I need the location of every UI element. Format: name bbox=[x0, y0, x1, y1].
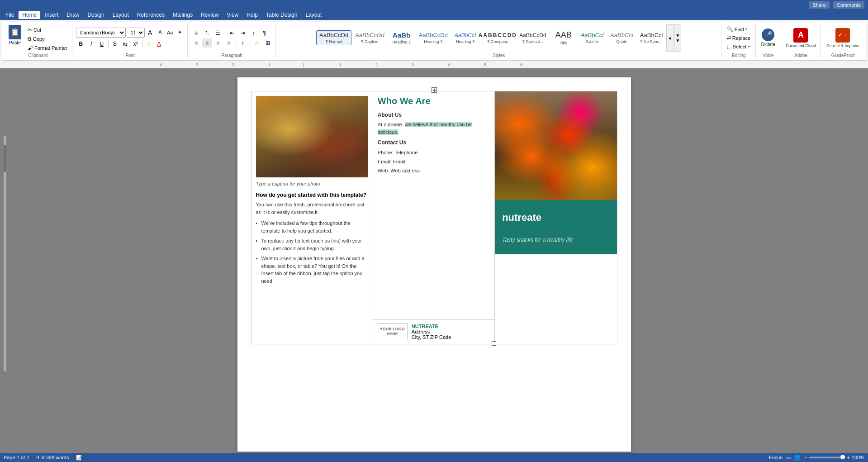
how-started-heading[interactable]: How do you get started with this templat… bbox=[256, 192, 368, 198]
numbering-button[interactable]: ⒈ bbox=[202, 29, 212, 38]
shading-button[interactable]: A bbox=[252, 38, 262, 48]
line-spacing-button[interactable]: ↕ bbox=[238, 38, 248, 48]
comments-btn[interactable]: Comments bbox=[833, 1, 864, 9]
change-case-button[interactable]: Aa bbox=[166, 28, 175, 37]
font-size-select[interactable]: 11 bbox=[127, 28, 145, 38]
menu-home[interactable]: Home bbox=[19, 11, 40, 19]
style-normal-button[interactable]: AaBbCcDd ¶ Normal bbox=[316, 30, 351, 45]
brand-name[interactable]: nutreate bbox=[502, 212, 541, 224]
zoom-out-button[interactable]: − bbox=[804, 455, 807, 460]
tip-3[interactable]: Want to insert a picture from your files… bbox=[256, 255, 368, 285]
style-contact-button[interactable]: AaBbCcDd ¶ Contact... bbox=[516, 31, 549, 45]
font-family-select[interactable]: Cambria (Body) bbox=[76, 28, 126, 38]
menu-layout[interactable]: Layout bbox=[109, 11, 133, 19]
who-we-are-heading[interactable]: Who We Are bbox=[378, 96, 490, 106]
style-title-button[interactable]: AAB Title bbox=[550, 29, 577, 47]
font-shrink-button[interactable]: A bbox=[156, 28, 165, 37]
style-subtitle-button[interactable]: AaBbCcl Subtitle bbox=[578, 30, 607, 45]
logo-placeholder[interactable]: YOUR LOGOHERE bbox=[377, 324, 408, 340]
menu-insert[interactable]: Insert bbox=[41, 11, 62, 19]
find-button[interactable]: 🔍 Find ▾ bbox=[725, 25, 749, 33]
styles-scroll-up[interactable]: ▲ bbox=[666, 24, 674, 52]
company-name[interactable]: NUTREATE bbox=[412, 324, 451, 329]
align-right-button[interactable]: ≡ bbox=[213, 38, 223, 48]
view-print-icon[interactable]: ▭ bbox=[786, 455, 791, 461]
subscript-button[interactable]: x₂ bbox=[120, 39, 130, 48]
phone-info[interactable]: Phone: Telephone bbox=[378, 148, 490, 157]
intro-body-text[interactable]: You can use this fresh, professional bro… bbox=[256, 201, 368, 216]
menu-mailings[interactable]: Mailings bbox=[169, 11, 196, 19]
italic-button[interactable]: I bbox=[86, 39, 96, 48]
bold-button[interactable]: B bbox=[76, 39, 86, 48]
zoom-thumb[interactable] bbox=[840, 455, 845, 459]
underline-button[interactable]: U bbox=[97, 39, 107, 48]
view-web-icon[interactable]: 🌐 bbox=[794, 455, 801, 461]
focus-label[interactable]: Focus bbox=[769, 455, 783, 460]
strikethrough-button[interactable]: S bbox=[110, 39, 120, 48]
cut-button[interactable]: ✂ Cut bbox=[26, 26, 69, 34]
style-heading2-button[interactable]: AaBbCcDd Heading 2 bbox=[416, 30, 451, 45]
select-button[interactable]: ⬚ Select ~ bbox=[725, 43, 753, 50]
right-column: nutreate Tasty snacks for a healthy life bbox=[495, 91, 617, 344]
decrease-indent-button[interactable]: ⇤ bbox=[227, 29, 237, 38]
company-address[interactable]: Address bbox=[412, 329, 451, 334]
multilevel-button[interactable]: ☰ bbox=[213, 29, 223, 38]
email-info[interactable]: Email: Email bbox=[378, 157, 490, 167]
zoom-in-button[interactable]: + bbox=[847, 455, 849, 460]
document-cloud-button[interactable]: A Document Cloud bbox=[784, 26, 818, 50]
style-heading3-button[interactable]: AaBbCcI Heading 3 bbox=[451, 31, 479, 45]
justify-button[interactable]: ≡ bbox=[224, 38, 234, 48]
company-city-zip[interactable]: City, ST ZIP Code bbox=[412, 334, 451, 340]
font-color-button[interactable]: A bbox=[154, 39, 164, 48]
left-column: Type a caption for your photo How do you… bbox=[251, 91, 373, 344]
brand-tagline[interactable]: Tasty snacks for a healthy life bbox=[502, 237, 573, 243]
menu-draw[interactable]: Draw bbox=[63, 11, 83, 19]
correct-improve-button[interactable]: ✓→ Correct & Improve bbox=[825, 26, 861, 50]
nutreate-link[interactable]: nutreate bbox=[384, 122, 402, 127]
menu-review[interactable]: Review bbox=[197, 11, 222, 19]
style-heading1-button[interactable]: AaBb Heading 1 bbox=[388, 30, 415, 46]
copy-button[interactable]: ⧉ Copy bbox=[26, 35, 69, 43]
borders-button[interactable]: ⊞ bbox=[263, 38, 273, 48]
menu-design[interactable]: Design bbox=[84, 11, 108, 19]
separator2 bbox=[142, 40, 142, 48]
menu-file[interactable]: File bbox=[2, 11, 18, 19]
share-btn[interactable]: Share bbox=[809, 1, 829, 9]
photo-caption[interactable]: Type a caption for your photo bbox=[256, 181, 368, 186]
sort-button[interactable]: ↕ bbox=[249, 29, 259, 38]
paste-button[interactable]: 📋 Paste bbox=[7, 24, 23, 46]
menu-help[interactable]: Help bbox=[243, 11, 261, 19]
contact-us-heading[interactable]: Contact Us bbox=[378, 139, 490, 146]
style-company-button[interactable]: AABBCCDD ¶ Company bbox=[479, 31, 516, 45]
align-center-button[interactable]: ≡ bbox=[202, 38, 212, 48]
vertical-scrollbar-thumb[interactable] bbox=[4, 145, 6, 172]
format-painter-button[interactable]: 🖌 Format Painter bbox=[26, 44, 69, 52]
styles-scroll-down[interactable]: ▼▼ bbox=[674, 24, 681, 52]
style-nospacing-button[interactable]: AaBbCcl ¶ No Spac... bbox=[637, 30, 666, 45]
vertical-scrollbar-track[interactable] bbox=[4, 136, 6, 372]
replace-button[interactable]: ⇄ Replace bbox=[725, 34, 752, 42]
style-quote-button[interactable]: AaBbCcl Quote bbox=[607, 30, 636, 45]
menu-tabledesign[interactable]: Table Design bbox=[262, 11, 301, 19]
tip-1[interactable]: We've included a few tips throughout the… bbox=[256, 219, 368, 234]
style-caption-button[interactable]: AaBbCcDd ¶ Caption bbox=[352, 30, 387, 45]
about-us-heading[interactable]: About Us bbox=[378, 112, 490, 118]
menu-references[interactable]: References bbox=[133, 11, 168, 19]
voice-label: Voice bbox=[763, 53, 773, 58]
dictate-button[interactable]: 🎤 Dictate bbox=[759, 27, 777, 49]
increase-indent-button[interactable]: ⇥ bbox=[238, 29, 248, 38]
tip-2[interactable]: To replace any tip text (such as this) w… bbox=[256, 237, 368, 252]
bullets-button[interactable]: ≡ bbox=[191, 29, 201, 38]
about-us-text[interactable]: At nutreate, we believe that healthy can… bbox=[378, 121, 490, 136]
text-highlight-button[interactable]: A bbox=[144, 39, 154, 48]
proofing-icon[interactable]: 📝 bbox=[76, 455, 82, 461]
show-marks-button[interactable]: ¶ bbox=[260, 29, 270, 38]
zoom-track[interactable] bbox=[809, 457, 845, 458]
web-info[interactable]: Web: Web address bbox=[378, 167, 490, 176]
clear-formatting-button[interactable]: ✦ bbox=[175, 28, 185, 37]
superscript-button[interactable]: x² bbox=[131, 39, 141, 48]
align-left-button[interactable]: ≡ bbox=[191, 38, 201, 48]
menu-view[interactable]: View bbox=[223, 11, 242, 19]
menu-layout2[interactable]: Layout bbox=[302, 11, 325, 19]
font-grow-button[interactable]: A bbox=[146, 28, 155, 37]
